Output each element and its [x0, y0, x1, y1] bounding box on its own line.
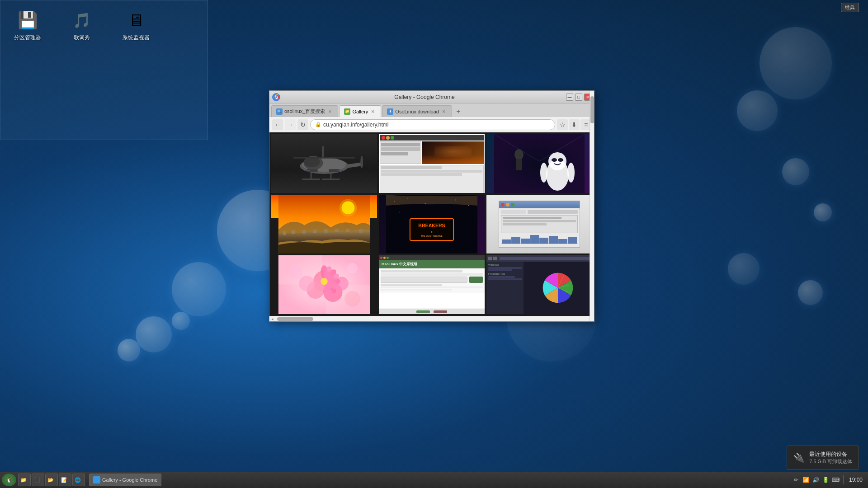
svg-text:BREAKERS: BREAKERS: [418, 223, 445, 228]
address-text: cu.yanqian.info/gallery.html: [323, 122, 389, 128]
minimize-button[interactable]: —: [566, 94, 573, 101]
new-tab-button[interactable]: +: [453, 106, 464, 117]
game-svg: BREAKERS II THE QUIET SILENCE: [379, 195, 485, 253]
svg-point-26: [558, 158, 563, 162]
bookmark-button[interactable]: ☆: [557, 119, 568, 130]
disk-tb-btn2: [493, 257, 497, 260]
bighero-scene: [486, 134, 592, 193]
forum-image: OsoLinux 中文系统组: [379, 255, 485, 314]
svg-point-25: [552, 158, 557, 162]
tray-volume-icon[interactable]: 🔊: [812, 476, 820, 483]
forum-header: OsoLinux 中文系统组: [379, 260, 485, 268]
bubble-2: [172, 262, 226, 316]
taskbar-files-button[interactable]: 📁: [18, 474, 31, 486]
gallery-window-label: Gallery - Google Chrome: [102, 477, 157, 483]
gallery-item-forum[interactable]: OsoLinux 中文系统组: [379, 255, 485, 314]
gallery-item-helicopter[interactable]: [271, 134, 377, 193]
taskbar-chrome-pin-button[interactable]: 🌐: [72, 474, 85, 486]
vscrollbar-thumb[interactable]: [590, 96, 594, 123]
diskchart-image: Windows Program Files: [486, 255, 592, 314]
svg-point-29: [514, 149, 524, 160]
taskbar-items: 📁 ⬛ 📂 📝 🌐 🌐 Gallery - Google Chrome: [18, 474, 793, 486]
taskbar-gallery-window[interactable]: 🌐 Gallery - Google Chrome: [89, 474, 161, 486]
gallery-item-config[interactable]: [486, 195, 592, 253]
bubble-4: [118, 339, 140, 361]
forum-body: [379, 268, 485, 293]
gallery-window-icon: 🌐: [93, 476, 100, 483]
desktop-icon-sysmon[interactable]: 🖥 系统监视器: [118, 9, 154, 42]
tray-battery-icon[interactable]: 🔋: [822, 476, 830, 483]
maximize-button[interactable]: □: [575, 94, 582, 101]
browser-title: Gallery - Google Chrome: [283, 94, 566, 100]
svg-rect-36: [302, 230, 306, 234]
tray-pen-icon[interactable]: ✏: [793, 476, 800, 483]
partition-manager-label: 分区管理器: [14, 34, 41, 42]
bubble-8: [782, 158, 809, 185]
svg-rect-41: [359, 229, 363, 233]
svg-point-28: [567, 163, 575, 183]
back-button[interactable]: ←: [272, 119, 283, 130]
svg-point-60: [299, 276, 315, 291]
start-button[interactable]: 🐧: [2, 474, 16, 486]
downloads-button[interactable]: ⬇: [569, 119, 580, 130]
bubble-7: [737, 90, 778, 131]
tab-osolinux[interactable]: ⬇ OsoLinux download ✕: [382, 105, 452, 117]
tray-keyboard-icon[interactable]: ⌨: [832, 476, 840, 483]
svg-rect-18: [304, 170, 310, 171]
svg-rect-37: [313, 230, 317, 233]
gallery-item-screenshot1[interactable]: [379, 134, 485, 193]
baidu-tab-close[interactable]: ✕: [327, 108, 333, 115]
taskbar-folder-button[interactable]: 📂: [45, 474, 58, 486]
svg-rect-11: [322, 146, 324, 156]
lock-icon: 🔒: [315, 122, 321, 127]
system-clock: 19:00: [847, 477, 863, 483]
tab-bar: 🔍 osolinux_百度搜索 ✕ 📁 Gallery ✕ ⬇ OsoLinux…: [269, 103, 594, 117]
svg-rect-10: [293, 156, 355, 158]
svg-point-48: [399, 212, 400, 213]
forward-button[interactable]: →: [285, 119, 296, 130]
screenshot1-content: [379, 134, 485, 193]
taskbar: 🐧 📁 ⬛ 📂 📝 🌐 🌐 Gallery -: [0, 472, 868, 488]
gallery-tab-close[interactable]: ✕: [370, 108, 376, 115]
hscrollbar-thumb[interactable]: [277, 317, 313, 321]
browser-hscrollbar[interactable]: ◂ ▸: [269, 316, 594, 321]
svg-rect-34: [283, 231, 287, 235]
tab-baidu[interactable]: 🔍 osolinux_百度搜索 ✕: [271, 105, 338, 117]
taskbar-text-button[interactable]: 📝: [59, 474, 71, 486]
notification-text: 最近使用的设备 7.5 GiB 可卸载这体: [809, 450, 852, 465]
folder-icon: 📂: [47, 477, 54, 483]
tab-gallery[interactable]: 📁 Gallery ✕: [339, 105, 381, 117]
tray-network-icon[interactable]: 📶: [802, 476, 810, 483]
gallery-item-greatwall[interactable]: [271, 195, 377, 253]
config-window: [499, 201, 580, 248]
baidu-tab-favicon: 🔍: [276, 108, 283, 115]
svg-point-71: [289, 266, 302, 279]
svg-point-27: [540, 163, 547, 183]
taskbar-terminal-button[interactable]: ⬛: [32, 474, 44, 486]
scroll-left-btn[interactable]: ◂: [271, 317, 274, 321]
gallery-item-flowers[interactable]: [271, 255, 377, 314]
bubble-6: [760, 27, 832, 99]
lyrics-label: 歌词秀: [74, 34, 90, 42]
disk-main: Windows Program Files: [486, 262, 592, 314]
osolinux-tab-close[interactable]: ✕: [441, 108, 447, 115]
nav-right-buttons: ☆ ⬇ ≡: [557, 119, 591, 130]
nav-bar: ← → ↻ 🔒 cu.yanqian.info/gallery.html ☆ ⬇…: [269, 117, 594, 132]
gallery-item-game[interactable]: BREAKERS II THE QUIET SILENCE: [379, 195, 485, 253]
helicopter-image: [271, 134, 377, 193]
screenshot1-image: [379, 134, 485, 193]
window-controls: — □ ✕: [566, 94, 591, 101]
chrome-taskbar-icon: 🌐: [75, 477, 81, 483]
desktop-icon-partition-manager[interactable]: 💾 分区管理器: [9, 9, 46, 42]
classic-button[interactable]: 经典: [841, 3, 859, 12]
gallery-item-diskchart[interactable]: Windows Program Files: [486, 255, 592, 314]
browser-vscrollbar[interactable]: [590, 91, 594, 321]
start-icon: 🐧: [6, 477, 13, 483]
greatwall-image: [271, 195, 377, 253]
address-bar[interactable]: 🔒 cu.yanqian.info/gallery.html: [310, 119, 555, 130]
desktop-icon-lyrics[interactable]: 🎵 歌词秀: [64, 9, 100, 42]
gallery-item-bighero[interactable]: [486, 134, 592, 193]
svg-point-47: [468, 205, 469, 206]
reload-button[interactable]: ↻: [297, 119, 308, 130]
svg-point-72: [344, 291, 360, 307]
